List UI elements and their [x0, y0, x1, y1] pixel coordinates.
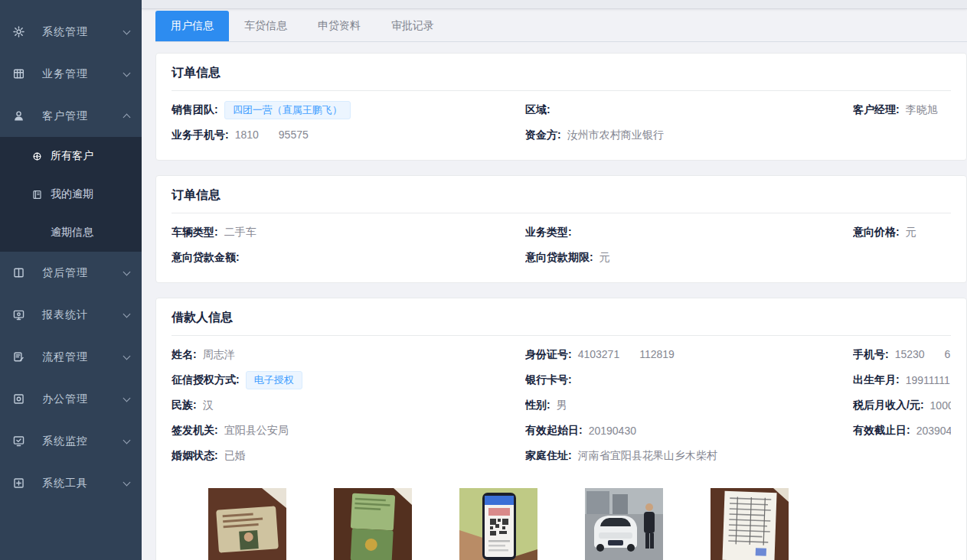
booklet-photo-thumb — [334, 488, 412, 560]
tab-user-info[interactable]: 用户信息 — [155, 11, 229, 41]
sidebar-item-label: 所有客户 — [51, 149, 93, 163]
chevron-down-icon — [123, 352, 131, 360]
sidebar-item-system-tools[interactable]: 系统工具 — [0, 462, 142, 504]
sidebar-item-label: 业务管理 — [42, 67, 124, 81]
book-panes-icon — [11, 266, 25, 280]
field-home-address: 家庭住址: 河南省宜阳县花果山乡木柴村 — [525, 449, 853, 463]
chevron-down-icon — [123, 69, 131, 77]
chevron-down-icon — [123, 436, 131, 444]
card-title: 借款人信息 — [172, 298, 951, 336]
sidebar-item-label: 我的逾期 — [51, 187, 93, 201]
sidebar-item-label: 系统工具 — [42, 477, 124, 490]
square-circle-icon — [11, 392, 25, 406]
sidebar-item-process-mgmt[interactable]: 流程管理 — [0, 336, 142, 378]
credit-auth-tag[interactable]: 电子授权 — [246, 371, 302, 389]
tab-car-loan-info[interactable]: 车贷信息 — [229, 11, 302, 41]
sidebar-item-label: 系统管理 — [42, 25, 124, 39]
user-icon — [11, 109, 25, 123]
clipboard-pen-icon — [11, 350, 25, 364]
chevron-down-icon — [123, 310, 131, 317]
sidebar-item-postloan-mgmt[interactable]: 贷后管理 — [0, 252, 142, 294]
document-photo-thumb — [711, 488, 789, 560]
photo-car-owner[interactable]: 车辆照片 — [585, 488, 663, 560]
sidebar: 系统管理 业务管理 客户管理 所有客户 — [0, 0, 142, 560]
redaction-mask — [619, 350, 639, 361]
top-navbar-edge — [142, 0, 967, 9]
monitor-icon — [11, 308, 25, 322]
notebook-icon — [31, 188, 43, 200]
chevron-up-icon — [123, 114, 131, 122]
tab-loan-application-docs[interactable]: 申贷资料 — [302, 11, 376, 41]
sidebar-item-office-mgmt[interactable]: 办公管理 — [0, 378, 142, 420]
sidebar-item-system-monitor[interactable]: 系统监控 — [0, 420, 142, 462]
card-title: 订单信息 — [172, 54, 951, 91]
field-business-type: 业务类型: — [525, 226, 853, 239]
field-name: 姓名: 周志洋 — [172, 348, 525, 362]
sidebar-item-label: 流程管理 — [42, 350, 124, 364]
sidebar-item-system-mgmt[interactable]: 系统管理 — [0, 11, 142, 53]
main-content: 用户信息 车贷信息 申贷资料 审批记录 订单信息 销售团队: 四团一营（直属王鹏… — [142, 0, 967, 560]
monitor-check-icon — [11, 435, 25, 448]
sidebar-item-label: 客户管理 — [42, 109, 124, 123]
box-plus-icon — [11, 477, 25, 490]
field-bank-card: 银行卡号: — [525, 373, 853, 387]
grid-icon — [11, 67, 25, 81]
field-valid-from: 有效起始日: 20190430 — [525, 424, 853, 438]
chevron-down-icon — [123, 27, 131, 34]
field-region: 区域: — [525, 103, 853, 117]
field-ethnicity: 民族: 汉 — [172, 399, 525, 412]
wheel-icon — [31, 150, 43, 162]
sidebar-item-all-customers[interactable]: 所有客户 — [0, 137, 142, 175]
detail-tabs: 用户信息 车贷信息 申贷资料 审批记录 — [155, 11, 967, 42]
phone-qr-photo-thumb — [459, 488, 537, 560]
sidebar-item-label: 办公管理 — [42, 392, 124, 406]
id-card-photo-thumb — [208, 488, 286, 560]
photo-id-card[interactable]: 本人照 — [208, 488, 286, 560]
field-business-phone: 业务手机号: 181095575 — [172, 129, 525, 142]
field-credit-auth-method: 征信授权方式: 电子授权 — [172, 371, 525, 389]
chevron-down-icon — [123, 394, 131, 402]
car-photo-thumb — [585, 488, 663, 560]
field-funder: 资金方: 汝州市农村商业银行 — [525, 129, 853, 142]
document-photos: 本人照 — [172, 480, 951, 560]
field-birth-date: 出生年月: 19911111 — [853, 373, 951, 387]
field-monthly-income: 税后月收入/元: 10000 — [853, 399, 951, 412]
field-issuing-authority: 签发机关: 宜阳县公安局 — [172, 424, 525, 438]
chevron-down-icon — [123, 478, 131, 486]
sales-team-tag[interactable]: 四团一营（直属王鹏飞） — [224, 101, 351, 119]
field-gender: 性别: 男 — [525, 399, 853, 412]
gear-icon — [11, 25, 25, 39]
card-title: 订单信息 — [172, 176, 951, 213]
redaction-mask — [925, 350, 945, 361]
field-phone: 手机号: 152306137 — [853, 348, 951, 362]
photo-handwritten-document[interactable]: 其他材料 — [711, 488, 789, 560]
field-vehicle-type: 车辆类型: 二手车 — [172, 226, 525, 239]
sidebar-item-customer-mgmt[interactable]: 客户管理 — [0, 95, 142, 137]
sidebar-item-business-mgmt[interactable]: 业务管理 — [0, 53, 142, 95]
field-marital-status: 婚姻状态: 已婚 — [172, 449, 525, 463]
borrower-info-card: 借款人信息 姓名: 周志洋 身份证号: 4103271112819 手机号: 1… — [155, 298, 967, 560]
sidebar-item-report-stats[interactable]: 报表统计 — [0, 294, 142, 336]
field-valid-to: 有效截止日: 20390430 — [853, 424, 951, 438]
sidebar-item-my-overdue[interactable]: 我的逾期 — [0, 175, 142, 213]
sidebar-item-label: 系统监控 — [42, 435, 124, 448]
sidebar-item-overdue-info[interactable]: 逾期信息 — [0, 213, 142, 252]
sidebar-item-label: 报表统计 — [42, 308, 124, 322]
photo-phone-qr[interactable]: 授权截图 — [459, 488, 537, 560]
customer-submenu: 所有客户 我的逾期 逾期信息 — [0, 137, 142, 252]
order-info-card-2: 订单信息 车辆类型: 二手车 业务类型: 意向价格: 元 — [155, 175, 967, 283]
field-customer-manager: 客户经理: 李晓旭 — [853, 103, 951, 117]
order-info-card-1: 订单信息 销售团队: 四团一营（直属王鹏飞） 区域: 客户经理: 李晓旭 — [155, 53, 967, 161]
field-id-number: 身份证号: 4103271112819 — [525, 348, 853, 362]
app-window: 系统管理 业务管理 客户管理 所有客户 — [0, 0, 967, 560]
field-sales-team: 销售团队: 四团一营（直属王鹏飞） — [172, 101, 525, 119]
redaction-mask — [259, 131, 279, 142]
sidebar-item-label: 逾期信息 — [51, 226, 93, 239]
field-intent-price: 意向价格: 元 — [853, 226, 951, 239]
field-intent-loan-term: 意向贷款期限: 元 — [525, 251, 853, 265]
tab-approval-records[interactable]: 审批记录 — [376, 11, 449, 41]
field-intent-loan-amount: 意向贷款金额: — [172, 251, 525, 265]
photo-credential-booklet[interactable]: 行驶证照片 — [334, 488, 412, 560]
sidebar-item-label: 贷后管理 — [42, 266, 124, 280]
chevron-down-icon — [123, 268, 131, 275]
